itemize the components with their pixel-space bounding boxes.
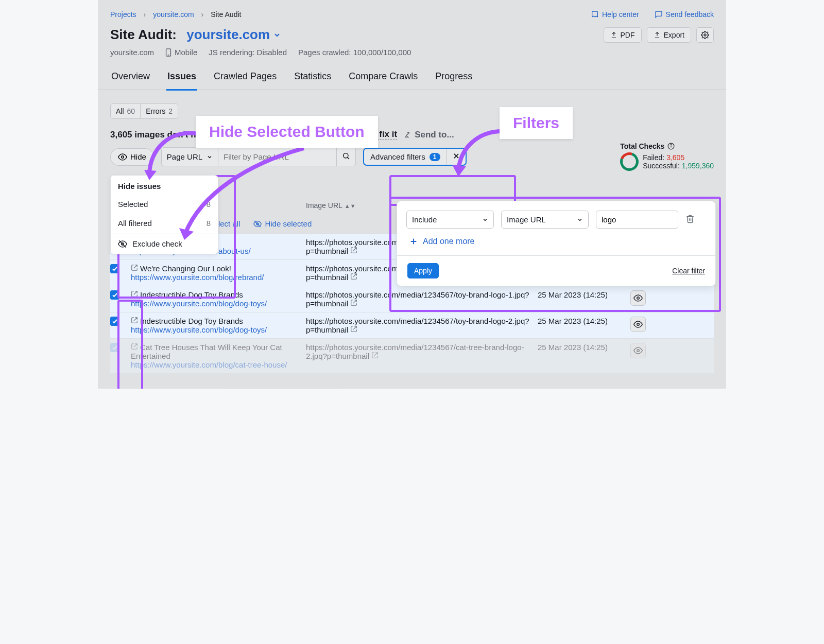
external-link-icon[interactable] xyxy=(131,290,138,299)
chevron-right-icon: › xyxy=(201,10,204,19)
sort-icon: ▲▼ xyxy=(345,203,356,209)
page-url-link[interactable]: https://www.yoursite.com/blog/dog-toys/ xyxy=(131,325,267,334)
page-url-link[interactable]: https://www.yoursite.com/blog/cat-tree-h… xyxy=(131,360,287,369)
table-row: Indestructible Dog Toy Brandshttps://www… xyxy=(110,286,714,312)
clear-filters-icon[interactable] xyxy=(447,149,466,165)
total-checks: Total Checks Failed: 3,605 Successful: 1… xyxy=(620,142,714,171)
hide-row-button[interactable] xyxy=(630,317,646,332)
row-checkbox[interactable] xyxy=(110,290,119,300)
hide-all-filtered-option[interactable]: All filtered 8 xyxy=(111,214,218,233)
external-link-icon[interactable] xyxy=(350,299,357,308)
row-checkbox[interactable] xyxy=(110,343,119,352)
chat-icon xyxy=(655,10,663,19)
tab-issues[interactable]: Issues xyxy=(166,66,197,91)
check-icon xyxy=(112,344,118,351)
clear-filter-link[interactable]: Clear filter xyxy=(672,267,705,275)
include-select[interactable]: Include xyxy=(406,211,494,229)
breadcrumb: Projects › yoursite.com › Site Audit Hel… xyxy=(98,0,726,22)
eye-icon xyxy=(633,320,643,329)
filter-errors[interactable]: Errors 2 xyxy=(141,103,178,119)
info-icon[interactable] xyxy=(667,143,675,150)
search-icon xyxy=(342,152,350,160)
advanced-filters-button[interactable]: Advanced filters 1 xyxy=(363,148,466,166)
close-icon xyxy=(453,152,460,160)
add-filter-button[interactable]: Add one more xyxy=(397,229,715,255)
check-icon xyxy=(112,292,118,298)
row-title: Cat Tree Houses That Will Keep Your Cat … xyxy=(131,343,282,360)
filter-value-input[interactable] xyxy=(596,211,678,229)
eye-icon xyxy=(118,152,127,162)
discovered-date: 25 Mar 2023 (14:25) xyxy=(538,290,630,299)
svg-point-3 xyxy=(122,155,124,158)
gear-icon xyxy=(701,31,709,39)
tab-compare-crawls[interactable]: Compare Crawls xyxy=(348,66,419,90)
project-meta: yoursite.com Mobile JS rendering: Disabl… xyxy=(98,44,726,66)
discovered-date: 25 Mar 2023 (14:25) xyxy=(538,343,630,352)
crumb-projects[interactable]: Projects xyxy=(110,10,136,19)
mobile-icon xyxy=(165,48,171,57)
svg-point-17 xyxy=(637,297,640,300)
share-icon xyxy=(403,131,411,139)
hide-selected-link[interactable]: Hide selected xyxy=(253,219,312,228)
filter-field-select[interactable]: Page URL xyxy=(161,147,218,166)
filter-input[interactable] xyxy=(218,147,337,166)
tab-crawled-pages[interactable]: Crawled Pages xyxy=(213,66,278,90)
external-link-icon[interactable] xyxy=(131,264,138,273)
hide-popover-title: Hide issues xyxy=(118,182,211,190)
exclude-check-option[interactable]: Exclude check xyxy=(111,234,218,254)
chevron-down-icon xyxy=(207,154,213,160)
chevron-down-icon xyxy=(577,217,583,223)
hide-row-button[interactable] xyxy=(630,290,646,306)
tab-progress[interactable]: Progress xyxy=(434,66,473,90)
remove-filter-button[interactable] xyxy=(685,214,695,225)
row-title: We're Changing Our Look! xyxy=(140,264,231,273)
svg-point-18 xyxy=(637,323,640,326)
eye-off-icon xyxy=(118,239,127,249)
hide-button[interactable]: Hide xyxy=(110,148,154,166)
svg-point-0 xyxy=(704,34,706,36)
external-link-icon[interactable] xyxy=(350,325,357,334)
upload-icon xyxy=(610,31,617,39)
send-feedback-link[interactable]: Send feedback xyxy=(655,10,714,19)
hide-selected-option[interactable]: Selected 8 xyxy=(111,195,218,214)
settings-button[interactable] xyxy=(696,27,714,43)
hide-popover: Hide issues Selected 8 All filtered 8 Ex… xyxy=(110,175,218,254)
eye-icon xyxy=(633,293,643,303)
export-button[interactable]: Export xyxy=(647,27,691,43)
table-row: Cat Tree Houses That Will Keep Your Cat … xyxy=(110,338,714,373)
annotation-hide-button: Hide Selected Button xyxy=(196,116,378,148)
help-center-link[interactable]: Help center xyxy=(591,10,639,19)
external-link-icon[interactable] xyxy=(350,273,357,282)
field-select[interactable]: Image URL xyxy=(501,211,589,229)
image-url-text: https://photos.yoursite.com/media/123456… xyxy=(306,317,529,334)
donut-chart xyxy=(617,149,642,174)
book-icon xyxy=(591,10,599,19)
image-url-text: https://photos.yoursite.com/media/123456… xyxy=(306,290,529,308)
svg-point-4 xyxy=(344,153,348,158)
chevron-right-icon: › xyxy=(144,10,146,19)
check-icon xyxy=(112,318,118,324)
tab-statistics[interactable]: Statistics xyxy=(293,66,332,90)
external-link-icon[interactable] xyxy=(131,317,138,325)
external-link-icon[interactable] xyxy=(131,343,138,352)
page-url-link[interactable]: https://www.yoursite.com/blog/rebrand/ xyxy=(131,273,264,282)
external-link-icon[interactable] xyxy=(350,247,357,255)
check-icon xyxy=(112,266,118,272)
search-button[interactable] xyxy=(337,147,356,166)
pdf-button[interactable]: PDF xyxy=(604,27,642,43)
external-link-icon[interactable] xyxy=(371,352,379,360)
filters-count-badge: 1 xyxy=(430,153,440,161)
apply-button[interactable]: Apply xyxy=(407,263,439,279)
hide-row-button[interactable] xyxy=(630,343,646,358)
filter-all[interactable]: All 60 xyxy=(110,103,141,119)
tab-overview[interactable]: Overview xyxy=(110,66,151,90)
row-checkbox[interactable] xyxy=(110,264,119,273)
row-checkbox[interactable] xyxy=(110,317,119,326)
crumb-site[interactable]: yoursite.com xyxy=(153,10,194,19)
tabs: Overview Issues Crawled Pages Statistics… xyxy=(98,66,726,90)
table-row: Indestructible Dog Toy Brandshttps://www… xyxy=(110,312,714,338)
page-url-link[interactable]: https://www.yoursite.com/blog/dog-toys/ xyxy=(131,299,267,308)
annotation-filters: Filters xyxy=(500,107,573,139)
send-to-link[interactable]: Send to... xyxy=(415,130,454,140)
project-selector[interactable]: yoursite.com xyxy=(186,27,270,43)
